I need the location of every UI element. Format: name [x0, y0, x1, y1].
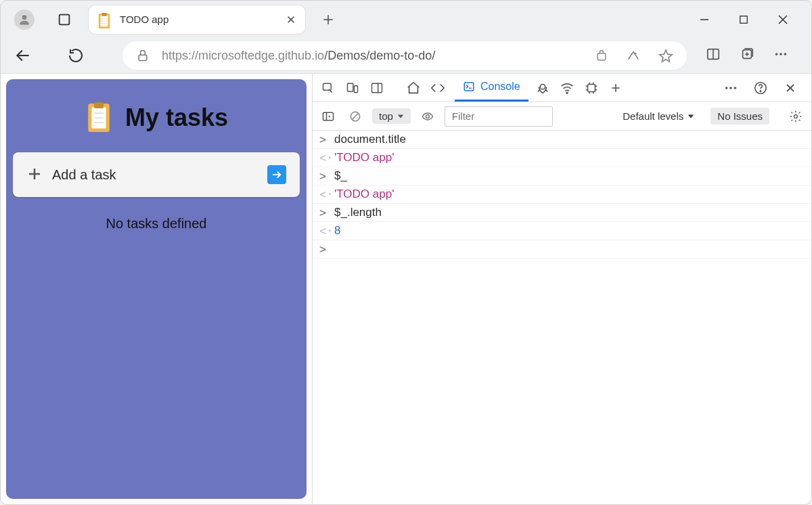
toolbar-right [694, 47, 802, 64]
submit-arrow-icon[interactable] [267, 165, 286, 184]
clipboard-icon [85, 101, 113, 135]
url-path: /Demos/demo-to-do/ [324, 49, 435, 63]
svg-rect-17 [139, 55, 147, 60]
svg-point-73 [794, 114, 798, 118]
svg-marker-19 [660, 50, 672, 62]
content-area: My tasks Add a task No tasks defined [1, 73, 811, 504]
svg-rect-66 [323, 112, 334, 120]
input-chevron-icon: > [319, 169, 334, 183]
levels-label: Default levels [623, 110, 683, 122]
tab-close-button[interactable] [285, 14, 297, 26]
output-chevron-icon: <· [319, 188, 334, 201]
svg-point-0 [22, 15, 27, 20]
profile-avatar[interactable] [14, 9, 35, 30]
console-prompt[interactable]: > [313, 240, 811, 259]
back-button[interactable] [10, 43, 36, 68]
elements-tab-icon[interactable] [428, 78, 448, 98]
close-window-button[interactable] [776, 13, 790, 26]
performance-tab-icon[interactable] [581, 78, 602, 98]
console-input-line: >$_ [313, 167, 811, 185]
inspect-icon[interactable] [318, 78, 338, 98]
console-settings-icon[interactable] [786, 106, 806, 127]
console-icon [463, 81, 475, 93]
console-output-line: <·'TODO app' [313, 149, 811, 167]
svg-point-25 [775, 53, 778, 56]
maximize-button[interactable] [737, 13, 750, 26]
new-tab-button[interactable] [317, 9, 339, 30]
console-toolbar: top Default levels No Issues [313, 102, 811, 131]
browser-window: TODO app https://microsoftedge.github.io… [0, 0, 812, 505]
shopping-icon[interactable] [595, 49, 608, 62]
svg-point-59 [725, 87, 728, 89]
device-toggle-icon[interactable] [342, 78, 363, 98]
more-tabs-button[interactable] [606, 78, 626, 98]
add-task-input[interactable]: Add a task [13, 152, 300, 197]
url-box[interactable]: https://microsoftedge.github.io/Demos/de… [122, 41, 687, 70]
devtools-pane: Console top [312, 74, 811, 504]
collections-icon[interactable] [740, 47, 754, 64]
svg-marker-70 [398, 114, 403, 118]
clear-console-icon[interactable] [345, 106, 365, 127]
dock-icon[interactable] [367, 78, 387, 98]
filter-input[interactable] [445, 106, 553, 127]
context-selector[interactable]: top [372, 108, 411, 124]
browser-tab[interactable]: TODO app [89, 5, 305, 34]
console-text: $_ [334, 169, 347, 183]
title-bar: TODO app [1, 1, 811, 38]
sources-tab-icon[interactable] [533, 78, 553, 98]
prompt-chevron-icon: > [319, 242, 334, 256]
console-output-line: <·'TODO app' [313, 185, 811, 204]
url-host: https://microsoftedge.github.io [162, 49, 324, 63]
todo-app: My tasks Add a task No tasks defined [6, 79, 307, 499]
plus-icon [26, 166, 44, 183]
devtools-tabs: Console [313, 74, 811, 102]
output-chevron-icon: <· [319, 151, 334, 164]
minimize-button[interactable] [698, 13, 711, 26]
split-screen-icon[interactable] [706, 47, 721, 64]
console-text: document.title [334, 133, 406, 146]
tab-favicon [97, 12, 112, 27]
console-text: $_.length [334, 206, 382, 219]
svg-point-26 [780, 53, 782, 56]
log-levels-selector[interactable]: Default levels [623, 110, 694, 122]
svg-rect-40 [372, 83, 382, 92]
live-expression-icon[interactable] [418, 106, 438, 127]
window-controls [698, 13, 805, 26]
add-task-label: Add a task [52, 167, 116, 183]
tab-actions-icon[interactable] [55, 10, 74, 29]
app-title: My tasks [125, 104, 228, 132]
devtools-more-icon[interactable] [721, 78, 741, 98]
svg-rect-1 [60, 14, 70, 24]
svg-point-60 [729, 87, 732, 89]
svg-rect-4 [102, 13, 106, 16]
console-text: 'TODO app' [334, 188, 394, 201]
issues-button[interactable]: No Issues [710, 108, 769, 125]
svg-point-61 [734, 87, 737, 89]
favorite-star-icon[interactable] [658, 48, 673, 63]
welcome-tab-icon[interactable] [403, 78, 424, 98]
url-actions [595, 48, 673, 63]
console-input-line: >$_.length [313, 204, 811, 222]
lock-icon [136, 49, 150, 62]
network-tab-icon[interactable] [557, 78, 577, 98]
input-chevron-icon: > [319, 133, 334, 146]
svg-rect-39 [355, 85, 358, 92]
toggle-sidebar-icon[interactable] [318, 106, 338, 127]
svg-point-27 [784, 53, 787, 56]
svg-rect-18 [597, 53, 606, 60]
empty-state-message: No tasks defined [6, 216, 307, 232]
input-chevron-icon: > [319, 206, 334, 219]
settings-menu-icon[interactable] [773, 47, 788, 64]
devtools-help-icon[interactable] [750, 78, 771, 98]
svg-rect-38 [348, 83, 353, 91]
read-aloud-icon[interactable] [626, 48, 641, 63]
refresh-button[interactable] [63, 43, 89, 68]
svg-line-69 [353, 113, 358, 118]
console-input-line: >document.title [313, 131, 811, 149]
console-tab[interactable]: Console [455, 74, 528, 102]
app-header: My tasks [6, 85, 307, 152]
devtools-close-icon[interactable] [780, 78, 800, 98]
console-body[interactable]: >document.title<·'TODO app'>$_<·'TODO ap… [313, 131, 811, 504]
svg-marker-72 [688, 114, 694, 118]
address-bar: https://microsoftedge.github.io/Demos/de… [1, 38, 811, 73]
